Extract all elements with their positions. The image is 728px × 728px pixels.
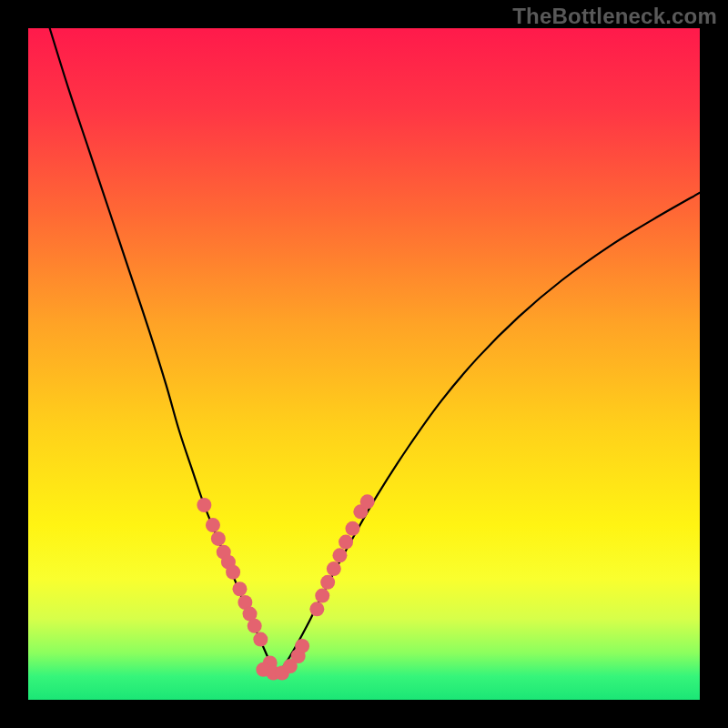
plot-area [28,28,700,700]
marker-dot [232,581,247,596]
marker-dot [253,632,268,647]
curve-left-arm [50,28,277,676]
marker-dot [226,565,240,580]
marker-dot [295,639,309,653]
marker-dot [360,494,375,509]
watermark-text: TheBottleneck.com [512,4,717,29]
marker-dot [248,619,262,633]
marker-dot [211,531,226,546]
marker-dot [315,589,329,603]
marker-dot [345,521,359,536]
marker-dot [339,535,353,550]
curve-right-arm [277,193,700,676]
marker-dot [206,518,220,532]
curve-group [50,28,700,676]
marker-dot [309,602,324,616]
marker-dot [197,498,211,512]
marker-dots [197,494,374,680]
chart-overlay [28,28,700,700]
stage: TheBottleneck.com [0,0,728,728]
marker-dot [327,561,341,576]
marker-dot [332,548,347,562]
marker-dot [320,575,335,590]
